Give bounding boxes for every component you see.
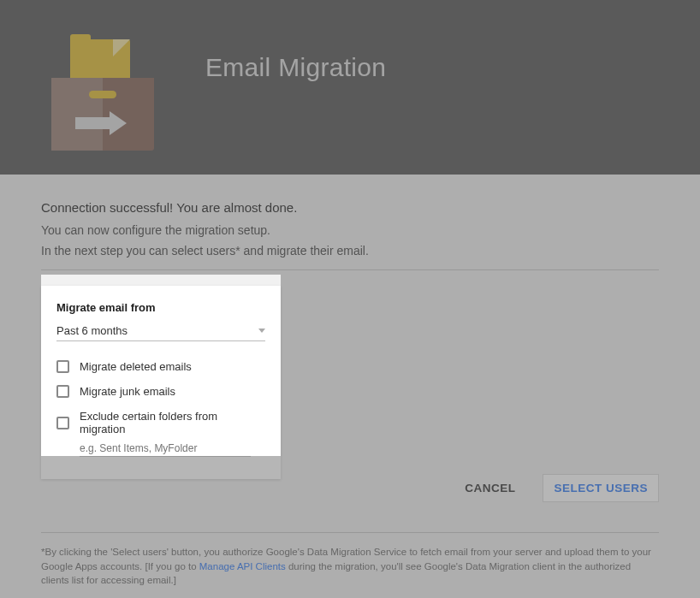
migrate-from-label: Migrate email from <box>56 301 265 314</box>
checkbox-icon <box>56 417 69 429</box>
info-line-2: In the next step you can select users* a… <box>41 244 659 258</box>
config-panel: Migrate email from Past 6 months Migrate… <box>41 286 281 479</box>
page-title: Email Migration <box>205 53 386 82</box>
email-migration-icon <box>51 31 154 151</box>
status-message: Connection successful! You are almost do… <box>41 200 659 215</box>
action-bar: CANCEL SELECT USERS <box>465 474 659 502</box>
checkbox-label: Migrate junk emails <box>80 385 175 398</box>
select-users-button[interactable]: SELECT USERS <box>543 474 659 502</box>
checkbox-icon <box>56 360 69 373</box>
cancel-button[interactable]: CANCEL <box>465 482 515 494</box>
migrate-from-value: Past 6 months <box>56 324 128 337</box>
chevron-down-icon <box>258 329 265 333</box>
migrate-from-select[interactable]: Past 6 months <box>56 324 265 341</box>
info-line-1: You can now configure the migration setu… <box>41 223 659 237</box>
exclude-folders-input[interactable] <box>80 441 251 457</box>
checkbox-exclude-folders[interactable]: Exclude certain folders from migration <box>56 410 265 435</box>
checkbox-migrate-deleted[interactable]: Migrate deleted emails <box>56 360 265 373</box>
checkbox-icon <box>56 385 69 398</box>
checkbox-label: Migrate deleted emails <box>80 360 192 373</box>
divider <box>41 269 659 270</box>
checkbox-migrate-junk[interactable]: Migrate junk emails <box>56 385 265 398</box>
content: Connection successful! You are almost do… <box>0 175 700 598</box>
manage-api-clients-link[interactable]: Manage API Clients <box>199 561 286 571</box>
header: Email Migration <box>0 0 700 175</box>
checkbox-label: Exclude certain folders from migration <box>80 410 265 435</box>
footer-disclaimer: *By clicking the 'Select users' button, … <box>41 532 659 588</box>
